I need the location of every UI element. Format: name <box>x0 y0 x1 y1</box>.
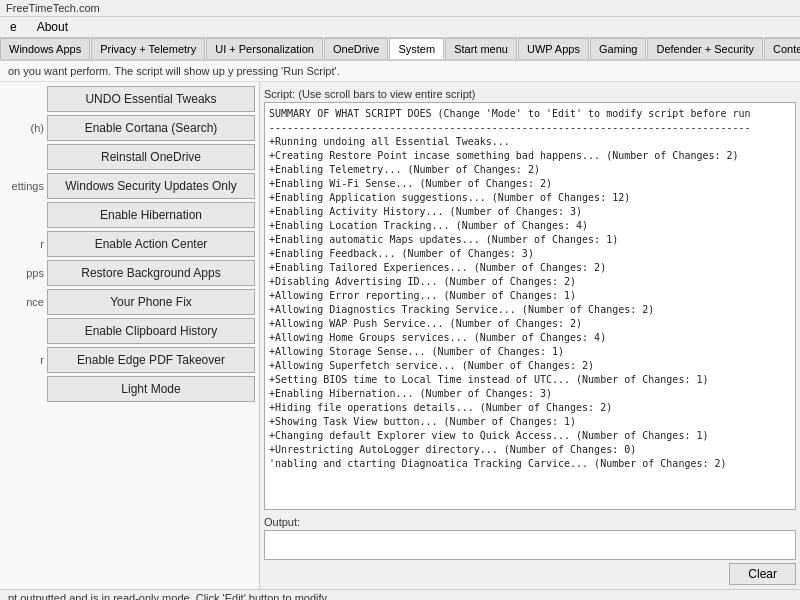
script-label: Script: (Use scroll bars to view entire … <box>264 86 796 102</box>
tab-gaming[interactable]: Gaming <box>590 38 647 59</box>
left-btn-windows-security-updates-only[interactable]: Windows Security Updates Only <box>47 173 255 199</box>
button-prefix-1: (h) <box>4 122 44 134</box>
menu-item-file[interactable]: e <box>6 19 21 35</box>
tab-privacy--telemetry[interactable]: Privacy + Telemetry <box>91 38 205 59</box>
main-area: on you want perform. The script will sho… <box>0 61 800 589</box>
tab-onedrive[interactable]: OneDrive <box>324 38 388 59</box>
tab-defender--security[interactable]: Defender + Security <box>647 38 763 59</box>
left-btn-undo-essential-tweaks[interactable]: UNDO Essential Tweaks <box>47 86 255 112</box>
content-area: UNDO Essential Tweaks(h)Enable Cortana (… <box>0 82 800 589</box>
left-btn-your-phone-fix[interactable]: Your Phone Fix <box>47 289 255 315</box>
left-btn-enable-edge-pdf-takeover[interactable]: Enable Edge PDF Takeover <box>47 347 255 373</box>
title-bar: FreeTimeTech.com <box>0 0 800 17</box>
description-bar: on you want perform. The script will sho… <box>0 61 800 82</box>
left-btn-enable-action-center[interactable]: Enable Action Center <box>47 231 255 257</box>
button-prefix-6: pps <box>4 267 44 279</box>
output-bottom: Clear <box>264 563 796 585</box>
button-prefix-3: ettings <box>4 180 44 192</box>
clear-button[interactable]: Clear <box>729 563 796 585</box>
output-section: Output: Clear <box>264 514 796 585</box>
tab-uwp-apps[interactable]: UWP Apps <box>518 38 589 59</box>
left-btn-restore-background-apps[interactable]: Restore Background Apps <box>47 260 255 286</box>
button-prefix-5: r <box>4 238 44 250</box>
button-prefix-9: r <box>4 354 44 366</box>
button-prefix-7: nce <box>4 296 44 308</box>
output-label: Output: <box>264 514 796 530</box>
left-btn-enable-cortana-search[interactable]: Enable Cortana (Search) <box>47 115 255 141</box>
menu-item-about[interactable]: About <box>33 19 72 35</box>
tab-start-menu[interactable]: Start menu <box>445 38 517 59</box>
menu-bar: e About <box>0 17 800 38</box>
status-bar: pt outputted and is in read-only mode. C… <box>0 589 800 600</box>
left-btn-enable-hibernation[interactable]: Enable Hibernation <box>47 202 255 228</box>
title-text: FreeTimeTech.com <box>6 2 100 14</box>
tab-ui--personalization[interactable]: UI + Personalization <box>206 38 323 59</box>
script-area[interactable]: SUMMARY OF WHAT SCRIPT DOES (Change 'Mod… <box>264 102 796 510</box>
tab-windows-apps[interactable]: Windows Apps <box>0 38 90 59</box>
left-btn-light-mode[interactable]: Light Mode <box>47 376 255 402</box>
left-btn-enable-clipboard-history[interactable]: Enable Clipboard History <box>47 318 255 344</box>
left-btn-reinstall-onedrive[interactable]: Reinstall OneDrive <box>47 144 255 170</box>
output-area <box>264 530 796 560</box>
tab-system[interactable]: System <box>389 38 444 61</box>
left-panel: UNDO Essential Tweaks(h)Enable Cortana (… <box>0 82 260 589</box>
tabs-bar: Windows AppsPrivacy + TelemetryUI + Pers… <box>0 38 800 61</box>
right-panel: Script: (Use scroll bars to view entire … <box>260 82 800 589</box>
tab-contex[interactable]: Contex... <box>764 38 800 59</box>
